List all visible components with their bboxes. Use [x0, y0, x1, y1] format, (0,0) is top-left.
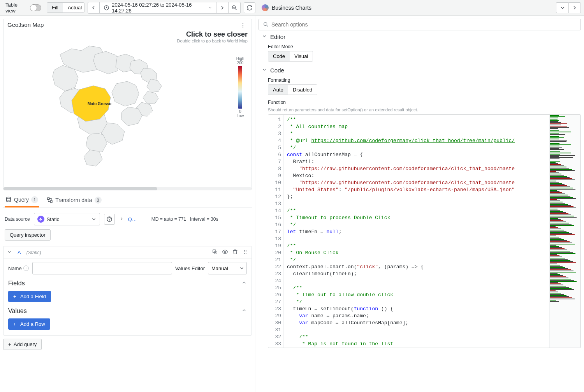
table-view-toggle[interactable]: [30, 4, 42, 11]
clock-icon: [104, 5, 109, 11]
add-row-button[interactable]: + Add a Row: [8, 318, 50, 330]
duplicate-query-button[interactable]: [212, 249, 218, 256]
interval-info: Interval = 30s: [190, 216, 218, 222]
database-icon: [5, 197, 12, 203]
tab-transform[interactable]: Transform data 0: [46, 193, 102, 207]
function-help: Should return parameters and data for se…: [268, 107, 581, 112]
time-range-text: 2024-05-16 02:27:26 to 2024-05-16 14:27:…: [112, 2, 206, 14]
svg-line-3: [235, 9, 236, 10]
top-toolbar: Table view Fill Actual 2024-05-16 02:27:…: [0, 0, 584, 16]
fill-actual-group: Fill Actual: [47, 2, 84, 13]
table-view-label: Table view: [5, 2, 28, 14]
fill-button[interactable]: Fill: [47, 3, 63, 12]
editor-mode-code[interactable]: Code: [268, 51, 290, 61]
code-minimap[interactable]: [549, 115, 580, 348]
svg-rect-8: [47, 198, 49, 200]
fields-collapse[interactable]: [241, 280, 247, 287]
query-options-link[interactable]: Query options: [128, 216, 139, 222]
panel-options-collapse[interactable]: [568, 2, 581, 13]
datasource-row: Data source Static Query options MD = au…: [3, 211, 252, 243]
query-count-badge: 1: [31, 196, 38, 203]
svg-point-20: [244, 253, 245, 254]
kebab-icon: [240, 22, 246, 28]
code-content[interactable]: /** * All countries map * * @url https:/…: [284, 115, 549, 348]
section-code[interactable]: Code: [259, 65, 584, 76]
tab-query[interactable]: Query 1: [5, 193, 39, 207]
svg-point-22: [264, 23, 267, 26]
values-collapse[interactable]: [241, 308, 247, 315]
md-info: MD = auto = 771: [151, 216, 186, 222]
panel-options-chevron[interactable]: [556, 2, 568, 13]
svg-point-12: [109, 220, 109, 221]
query-ds-hint: (Static): [26, 250, 41, 255]
chevron-left-icon: [90, 5, 97, 11]
transform-count-badge: 0: [95, 197, 102, 204]
formatting-label: Formatting: [268, 77, 581, 83]
values-editor-select[interactable]: Manual: [208, 262, 247, 274]
query-ref-id[interactable]: A: [16, 250, 23, 255]
map-canvas[interactable]: Mato Grosso High 200 0 Low: [7, 45, 248, 181]
datasource-select[interactable]: Static: [34, 213, 100, 225]
svg-point-7: [7, 197, 11, 199]
values-heading: Values: [8, 308, 27, 315]
code-editor[interactable]: 1234567891011121314151617181920212223242…: [268, 114, 581, 348]
svg-point-19: [246, 251, 246, 252]
time-back-button[interactable]: [88, 2, 100, 13]
formatting-auto[interactable]: Auto: [268, 85, 288, 95]
formatting-disabled[interactable]: Disabled: [288, 85, 317, 95]
svg-point-5: [243, 25, 243, 26]
query-a-card: A (Static) Namei Values Editor: [3, 246, 252, 336]
name-label: Namei: [8, 265, 29, 271]
actual-button[interactable]: Actual: [63, 3, 84, 12]
svg-line-23: [267, 25, 268, 26]
panel-menu-button[interactable]: [238, 21, 248, 30]
drag-query-handle[interactable]: [242, 249, 248, 256]
datasource-icon: [37, 216, 44, 223]
add-query-button[interactable]: + Add query: [3, 339, 42, 350]
zoom-out-button[interactable]: [229, 2, 240, 13]
zoom-out-icon: [231, 5, 237, 11]
query-collapse-toggle[interactable]: [7, 249, 12, 256]
query-tabs: Query 1 Transform data 0: [3, 193, 252, 207]
info-icon: i: [23, 265, 29, 271]
query-options-caret[interactable]: [119, 216, 124, 223]
map-legend: High 200 0 Low: [234, 56, 247, 118]
trash-icon: [232, 249, 238, 255]
svg-rect-9: [50, 200, 52, 202]
refresh-button[interactable]: [244, 2, 255, 13]
plugin-title-group[interactable]: Business Charts: [262, 4, 315, 11]
svg-point-6: [243, 27, 243, 28]
refresh-icon: [246, 5, 253, 11]
plugin-title: Business Charts: [272, 5, 311, 11]
datasource-label: Data source: [5, 216, 30, 222]
search-input[interactable]: [271, 21, 577, 28]
name-input[interactable]: [32, 262, 172, 274]
svg-point-21: [246, 253, 246, 254]
time-range-picker: 2024-05-16 02:27:26 to 2024-05-16 14:27:…: [88, 2, 241, 14]
add-field-button[interactable]: + Add a Field: [8, 291, 51, 302]
chevron-down-icon: [559, 5, 566, 11]
grip-icon: [242, 249, 248, 255]
search-icon: [263, 21, 269, 28]
panel-title: GeoJson Map: [7, 21, 44, 28]
panel-preview: GeoJson Map Click to see closer Double c…: [3, 19, 252, 190]
query-inspector-button[interactable]: Query inspector: [5, 229, 51, 241]
fields-heading: Fields: [8, 280, 25, 287]
time-forward-button[interactable]: [216, 2, 228, 13]
editor-mode-visual[interactable]: Visual: [290, 51, 313, 61]
section-editor[interactable]: Editor: [259, 33, 584, 42]
help-icon: [106, 216, 113, 222]
panel-scrollbar[interactable]: [4, 187, 252, 190]
brazil-map: Mato Grosso: [27, 33, 183, 173]
function-label: Function: [268, 100, 581, 105]
toggle-query-visibility-button[interactable]: [222, 249, 228, 256]
svg-point-16: [244, 250, 245, 251]
svg-marker-10: [39, 217, 42, 221]
transform-icon: [47, 197, 53, 203]
time-range-button[interactable]: 2024-05-16 02:27:26 to 2024-05-16 14:27:…: [100, 2, 216, 13]
search-options: [259, 19, 581, 30]
chevron-down-icon: [91, 216, 97, 222]
datasource-help-button[interactable]: [104, 214, 115, 225]
delete-query-button[interactable]: [232, 249, 238, 256]
eye-icon: [222, 249, 228, 255]
